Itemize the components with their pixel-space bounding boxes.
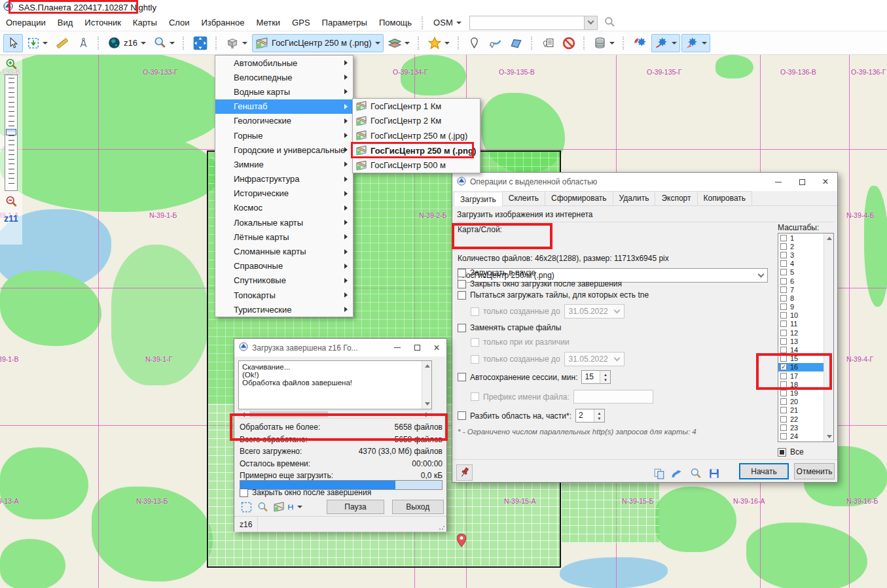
scrollbar-horizontal[interactable] xyxy=(238,410,432,419)
scale-row[interactable]: 9 xyxy=(778,303,824,311)
map-sheet-icon[interactable] xyxy=(271,499,287,515)
maps-menu-item[interactable]: Локальные карты xyxy=(215,215,353,230)
checkbox-replace-old[interactable]: Заменять старые файлы xyxy=(458,323,561,332)
menu-item[interactable]: Слои xyxy=(163,15,196,30)
scale-checkbox[interactable] xyxy=(780,278,787,285)
scroll-up-icon[interactable] xyxy=(422,361,432,371)
exit-button[interactable]: Выход xyxy=(392,500,444,514)
autosave-minutes-stepper[interactable]: 15 xyxy=(581,370,611,384)
placemark-list-button[interactable] xyxy=(538,34,558,52)
scale-checkbox[interactable] xyxy=(780,312,787,319)
layers-button[interactable] xyxy=(385,34,413,52)
scrollbar-vertical[interactable] xyxy=(824,233,833,441)
checkbox-all-scales[interactable]: Все xyxy=(778,447,804,457)
scale-checkbox[interactable] xyxy=(780,260,787,267)
maps-menu-item[interactable]: Туристические xyxy=(215,302,353,317)
submenu-item[interactable]: ГосГисЦентр 250 м (.png) xyxy=(353,143,480,158)
scale-row[interactable]: 3 xyxy=(778,251,824,259)
scale-checkbox[interactable] xyxy=(780,433,787,440)
cache-db-button[interactable] xyxy=(590,34,618,52)
save-selection-icon[interactable] xyxy=(706,465,722,481)
checkbox-close-after[interactable]: Закрыть окно загрузки после завершения xyxy=(458,279,622,288)
download-log[interactable]: Скачивание...(Ok!)Обработка файлов завер… xyxy=(238,360,432,409)
pause-button[interactable]: Пауза xyxy=(327,500,384,514)
dialog-tab[interactable]: Сформировать xyxy=(545,191,613,205)
maps-menu-item[interactable]: Лётные карты xyxy=(215,230,353,244)
scale-row[interactable]: ✓ 16 xyxy=(778,363,824,372)
zoom-level-button[interactable]: z16 xyxy=(105,34,149,52)
path-tool-button[interactable] xyxy=(486,34,505,52)
favorites-button[interactable] xyxy=(425,34,453,52)
map-source-button[interactable]: ГосГисЦентр 250 м (.png) xyxy=(252,34,384,52)
scale-row[interactable]: 4 xyxy=(778,260,824,268)
menu-item[interactable]: Избранное xyxy=(196,15,251,30)
scale-checkbox[interactable] xyxy=(780,398,787,405)
search-input[interactable] xyxy=(469,16,598,30)
cache-mode-button[interactable] xyxy=(223,34,251,52)
scale-row[interactable]: 22 xyxy=(778,415,824,423)
scale-checkbox[interactable]: ✓ xyxy=(780,364,787,370)
scale-checkbox[interactable] xyxy=(780,286,787,293)
copy-selection-icon[interactable] xyxy=(651,465,667,481)
maps-menu-item[interactable]: Сломанные карты xyxy=(215,244,353,258)
menu-item[interactable]: Источник xyxy=(79,15,127,30)
close-button[interactable] xyxy=(814,173,837,191)
search-dropdown-button[interactable] xyxy=(584,16,597,29)
scale-checkbox[interactable] xyxy=(780,424,787,431)
menu-item[interactable]: Параметры xyxy=(316,15,373,30)
zoom-slider-handle[interactable] xyxy=(6,129,16,135)
scroll-left-icon[interactable] xyxy=(239,411,247,418)
cancel-button[interactable]: Отменить xyxy=(794,463,835,479)
scale-checkbox[interactable] xyxy=(780,235,787,241)
scale-checkbox[interactable] xyxy=(780,303,787,310)
scale-checkbox[interactable] xyxy=(780,381,787,388)
scale-checkbox[interactable] xyxy=(780,320,787,327)
selection-tool-button[interactable] xyxy=(24,34,51,52)
resize-grip[interactable] xyxy=(439,524,445,530)
submenu-item[interactable]: ГосГисЦентр 250 м (.jpg) xyxy=(353,128,480,143)
dialog-tab[interactable]: Копировать xyxy=(697,191,753,205)
zoom-in-button[interactable] xyxy=(3,56,19,72)
gps-track-button[interactable] xyxy=(651,34,680,52)
minimize-button[interactable] xyxy=(388,339,407,356)
scale-row[interactable]: 23 xyxy=(778,423,824,432)
checkbox-autosave-session[interactable]: Автосохранение сессии, мин: 15 xyxy=(458,370,611,384)
close-button[interactable] xyxy=(427,339,446,356)
osm-dropdown[interactable]: OSM xyxy=(428,18,467,27)
maximize-button[interactable] xyxy=(790,173,814,191)
scales-listbox[interactable]: 1 2 3 4 5 6 7 8 xyxy=(778,233,834,442)
cursor-tool-button[interactable] xyxy=(3,34,23,52)
submenu-item[interactable]: ГосГисЦентр 1 Км xyxy=(353,99,480,114)
scale-row[interactable]: 7 xyxy=(778,285,824,294)
start-button[interactable]: Начать xyxy=(739,463,789,479)
split-parts-stepper[interactable]: 2 xyxy=(575,409,605,423)
link-selection-icon[interactable] xyxy=(669,465,685,481)
fullscreen-button[interactable] xyxy=(190,34,211,52)
maps-menu-item[interactable]: Зимние xyxy=(215,157,353,171)
zoom-area-icon[interactable] xyxy=(255,499,271,515)
maps-menu-item[interactable]: Велосипедные xyxy=(215,70,353,84)
menu-item[interactable]: Вид xyxy=(52,15,79,30)
scrollbar-vertical[interactable] xyxy=(422,361,431,409)
scale-row[interactable]: 12 xyxy=(778,328,824,337)
maps-menu-item[interactable]: Космос xyxy=(215,201,353,215)
ruler-tool-button[interactable] xyxy=(52,34,72,52)
submenu-item[interactable]: ГосГисЦентр 2 Км xyxy=(353,114,480,129)
scale-checkbox[interactable] xyxy=(780,390,787,396)
scale-row[interactable]: 5 xyxy=(778,268,824,277)
maximize-button[interactable] xyxy=(407,339,427,356)
scale-row[interactable]: 10 xyxy=(778,311,824,320)
scale-row[interactable]: 18 xyxy=(778,380,824,389)
scale-row[interactable]: 6 xyxy=(778,277,824,285)
maps-menu-item[interactable]: Топокарты xyxy=(215,288,353,302)
maps-menu-item[interactable]: Исторические xyxy=(215,186,353,201)
scale-checkbox[interactable] xyxy=(780,373,787,379)
scale-row[interactable]: 15 xyxy=(778,355,824,363)
maps-menu-item[interactable]: Спутниковые xyxy=(215,273,353,288)
magnifier-tool-button[interactable] xyxy=(151,34,178,52)
scale-row[interactable]: 24 xyxy=(778,432,824,440)
scale-row[interactable]: 20 xyxy=(778,398,824,406)
scale-row[interactable]: 19 xyxy=(778,389,824,397)
dialog-title-bar[interactable]: Загрузка завершена z16 Го... xyxy=(234,339,446,356)
maps-menu-item[interactable]: Справочные xyxy=(215,259,353,273)
